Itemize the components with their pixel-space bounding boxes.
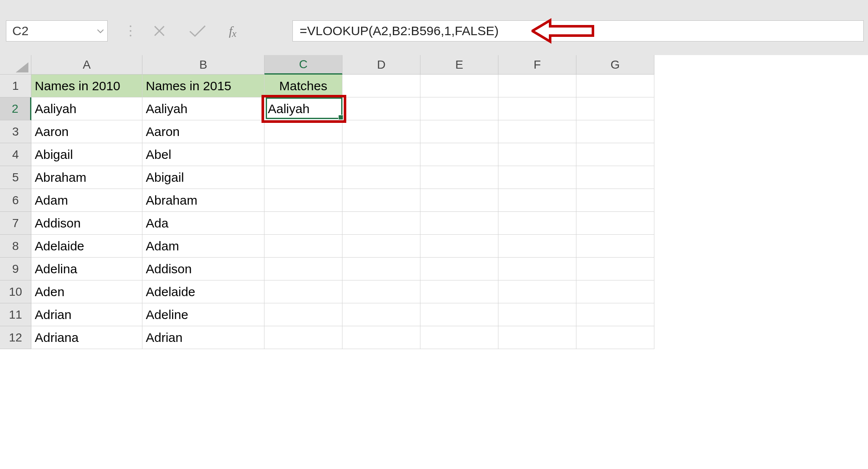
fx-icon: fx xyxy=(229,24,236,38)
formula-bar-area: C2 fx =VLOOKUP(A2,B2:B596,1,FALSE) xyxy=(0,0,868,55)
formula-bar-buttons: fx xyxy=(153,19,236,43)
name-box-value: C2 xyxy=(12,24,28,38)
cancel-formula-button[interactable] xyxy=(153,24,166,38)
name-box-dropdown-icon[interactable] xyxy=(97,27,104,36)
name-box[interactable]: C2 xyxy=(6,20,108,42)
annotation-arrow-icon xyxy=(531,17,595,45)
formula-text: =VLOOKUP(A2,B2:B596,1,FALSE) xyxy=(300,24,498,38)
enter-formula-button[interactable] xyxy=(188,24,207,38)
insert-function-button[interactable]: fx xyxy=(229,24,236,38)
formula-bar-resize-handle[interactable] xyxy=(126,19,135,43)
